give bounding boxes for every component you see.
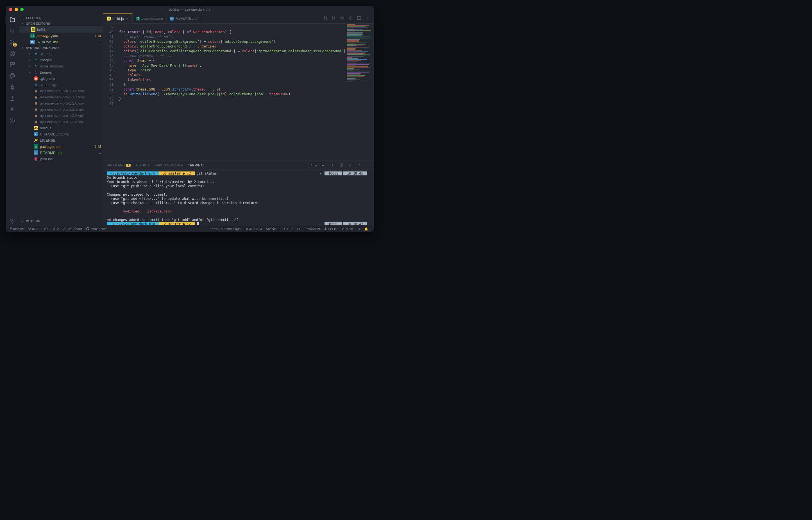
close-icon[interactable]: × (25, 27, 29, 32)
vscode-window: build.js — ayu-one-dark-pro 1 EXPLORER ▾… (6, 6, 374, 232)
chevron-right-icon: ▸ (29, 64, 32, 68)
project-header[interactable]: ▾AYU-ONE-DARK-PRO (19, 45, 103, 51)
open-editor-item[interactable]: { }package.json1, M (19, 33, 103, 39)
pkg-icon: ▣ (34, 95, 38, 99)
terminal-content[interactable]: ~/Dev/ayu-one-dark-pro ⎇ master ● ↑2 git… (103, 170, 374, 225)
file-item[interactable]: ⋈.vscodeignore (19, 81, 103, 88)
lic-icon: 🔑 (34, 138, 38, 142)
status-blame[interactable]: ⊸ You, 4 months ago (210, 227, 241, 231)
status-eslint[interactable]: ⚠ ESLint (324, 227, 337, 231)
status-position[interactable]: Ln 35, Col 3 (244, 227, 262, 231)
extensions-icon[interactable] (8, 61, 16, 69)
status-indent[interactable]: Spaces: 2 (266, 227, 280, 231)
status-sync[interactable]: ⟳ 0↓ 2↑ (28, 227, 40, 231)
file-item[interactable]: ▣ayu-one-dark-pro-1.1.1.vsix (19, 94, 103, 100)
more-icon[interactable] (365, 16, 370, 21)
status-notifications[interactable]: 🔔 1 (364, 227, 371, 231)
folder-icon: 🗀 (34, 70, 38, 75)
status-branch[interactable]: ⎇ master* (8, 227, 24, 231)
svg-point-18 (367, 18, 368, 18)
settings-gear-icon[interactable] (8, 217, 16, 225)
debug-console-tab[interactable]: DEBUG CONSOLE (155, 163, 183, 167)
editor-tab[interactable]: M↓README.md (167, 14, 201, 23)
status-warnings[interactable]: ⚠ 2 (53, 227, 59, 231)
folder-item[interactable]: ▸🗀.vscode (19, 51, 103, 57)
open-editor-item[interactable]: M↓README.md1 (19, 39, 103, 45)
file-item[interactable]: ▣ayu-one-dark-pro-1.3.0.vsix (19, 119, 103, 125)
github-icon[interactable] (8, 72, 16, 80)
file-item[interactable]: M↓README.md1 (19, 150, 103, 156)
tab-close-icon[interactable]: × (127, 16, 129, 21)
split-terminal-icon[interactable] (340, 163, 343, 167)
status-encoding[interactable]: UTF-8 (284, 227, 293, 231)
status-eol[interactable]: LF (297, 227, 301, 231)
git-icon[interactable] (348, 16, 353, 21)
preview-icon[interactable] (340, 16, 345, 21)
chevron-right-icon: ▸ (29, 58, 32, 61)
open-editors-header[interactable]: ▾OPEN EDITORS (19, 21, 103, 26)
file-item[interactable]: JSbuild.js (19, 125, 103, 131)
code-editor[interactable]: 3940414243444546474849505152535455 for (… (103, 24, 374, 160)
file-label: build.js (37, 28, 101, 32)
titlebar: build.js — ayu-one-dark-pro (6, 6, 374, 14)
file-item[interactable]: ◆.gitignore (19, 75, 103, 81)
status-language[interactable]: JavaScript (305, 227, 320, 231)
folder-icon: 🗀 (34, 64, 38, 68)
share-icon[interactable] (8, 95, 16, 102)
file-item[interactable]: ▣ayu-one-dark-pro-1.2.2.vsix (19, 112, 103, 119)
folder-item[interactable]: ▸🗀node_modules (19, 63, 103, 69)
file-label: README.md (36, 40, 97, 44)
terminal-select[interactable]: 1: zsh (308, 163, 325, 168)
status-live-share[interactable]: ↗ Live Share (63, 227, 82, 231)
editor-tabs: JSbuild.js×{ }package.jsonM↓README.md (103, 14, 374, 24)
tree-icon[interactable] (8, 83, 16, 91)
compare-icon[interactable] (323, 16, 328, 21)
svg-rect-6 (12, 63, 14, 64)
file-tree: ▸🗀.vscode▸🗀images▸🗀node_modules▸🗀themes◆… (19, 51, 103, 218)
run-icon[interactable] (331, 16, 336, 21)
split-editor-icon[interactable] (357, 16, 361, 21)
svg-point-2 (10, 43, 12, 45)
tree-label: ayu-one-dark-pro-1.3.0.vsix (40, 120, 101, 124)
status-errors[interactable]: ⊗ 0 (44, 227, 50, 231)
svg-point-19 (369, 18, 369, 18)
status-feedback-icon[interactable]: ☺ (357, 227, 360, 231)
maximize-panel-icon[interactable] (357, 163, 361, 167)
terminal-tab[interactable]: TERMINAL (188, 163, 205, 167)
status-github[interactable]: smeagolem (86, 227, 107, 231)
svg-point-15 (350, 18, 351, 19)
file-item[interactable]: 🔑LICENSE (19, 137, 103, 144)
tree-label: ayu-one-dark-pro-1.2.0.vsix (40, 101, 101, 105)
json-icon: { } (136, 17, 140, 21)
debug-icon[interactable] (8, 50, 16, 57)
outline-header[interactable]: ▸OUTLINE (19, 218, 103, 225)
file-item[interactable]: { }package.json1, M (19, 144, 103, 150)
code-content: for (const { id, name, colors } of workb… (117, 24, 348, 160)
kill-terminal-icon[interactable] (348, 163, 352, 167)
new-terminal-icon[interactable] (330, 163, 334, 167)
js-icon: JS (34, 126, 38, 130)
vs-icon: ⋈ (34, 82, 38, 87)
problems-tab[interactable]: PROBLEMS2 (107, 163, 131, 167)
folder-item[interactable]: ▸🗀themes (19, 69, 103, 75)
svg-rect-7 (10, 65, 12, 67)
editor-tab[interactable]: { }package.json (133, 14, 167, 23)
file-item[interactable]: 🧶yarn.lock (19, 156, 103, 162)
editor-tab[interactable]: JSbuild.js× (103, 14, 133, 23)
open-editor-item[interactable]: ×JSbuild.js (19, 26, 103, 33)
folder-item[interactable]: ▸🗀images (19, 57, 103, 63)
chevron-right-icon: ▸ (29, 71, 32, 74)
explorer-icon[interactable] (8, 16, 16, 24)
close-panel-icon[interactable] (367, 163, 370, 167)
svg-rect-11 (11, 108, 12, 109)
file-item[interactable]: ▣ayu-one-dark-pro-1.1.0.vsix (19, 88, 103, 94)
file-item[interactable]: ▣ayu-one-dark-pro-1.2.0.vsix (19, 100, 103, 106)
file-item[interactable]: M↓CHANGELOG.md (19, 131, 103, 137)
file-item[interactable]: ▣ayu-one-dark-pro-1.2.1.vsix (19, 106, 103, 112)
source-control-icon[interactable]: 1 (8, 38, 16, 46)
circle-icon[interactable] (8, 117, 16, 125)
output-tab[interactable]: OUTPUT (136, 163, 150, 167)
docker-icon[interactable] (8, 106, 16, 113)
search-icon[interactable] (8, 27, 16, 35)
minimap[interactable] (346, 24, 374, 160)
